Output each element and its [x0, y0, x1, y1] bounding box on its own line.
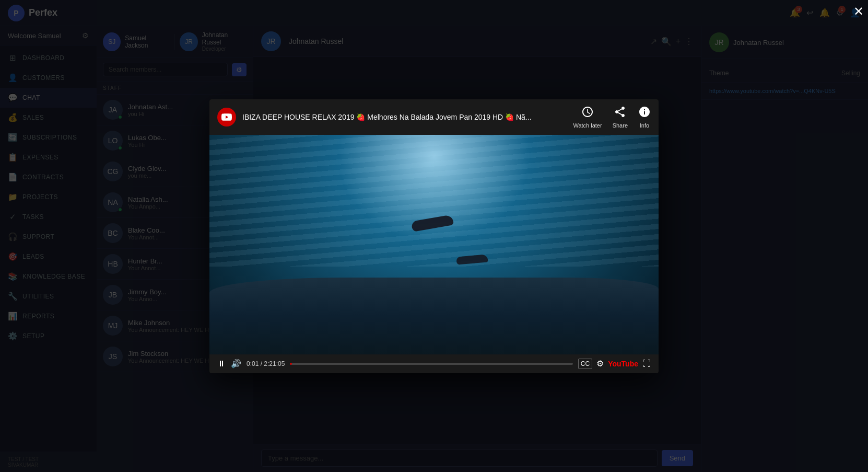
- info-icon: [638, 106, 651, 121]
- share-action[interactable]: Share: [613, 106, 628, 129]
- youtube-logo: [217, 108, 236, 126]
- settings-button[interactable]: ⚙: [596, 359, 604, 369]
- progress-bar[interactable]: [290, 363, 572, 365]
- pause-button[interactable]: ⏸: [217, 359, 226, 369]
- close-button[interactable]: ✕: [853, 4, 864, 19]
- light-rays: [209, 135, 659, 267]
- info-action[interactable]: Info: [638, 106, 651, 129]
- video-title: IBIZA DEEP HOUSE RELAX 2019 🍓 Melhores N…: [242, 113, 567, 121]
- progress-fill: [290, 363, 292, 365]
- fullscreen-button[interactable]: ⛶: [642, 359, 651, 369]
- video-header: IBIZA DEEP HOUSE RELAX 2019 🍓 Melhores N…: [209, 99, 659, 135]
- watch-later-action[interactable]: Watch later: [573, 106, 602, 129]
- video-ctrl-right: CC ⚙ YouTube ⛶: [578, 359, 651, 369]
- video-screen[interactable]: [209, 135, 659, 354]
- seabed: [209, 278, 659, 354]
- watch-later-icon: [581, 106, 594, 121]
- youtube-brand: YouTube: [608, 360, 638, 368]
- cc-button[interactable]: CC: [578, 359, 592, 369]
- info-label: Info: [640, 122, 649, 129]
- volume-button[interactable]: 🔊: [231, 359, 241, 369]
- video-time: 0:01 / 2:21:05: [247, 360, 285, 367]
- video-controls: ⏸ 🔊 0:01 / 2:21:05 CC ⚙ YouTube ⛶: [209, 354, 659, 373]
- share-label: Share: [613, 122, 628, 129]
- share-icon: [614, 106, 626, 121]
- watch-later-label: Watch later: [573, 122, 602, 129]
- video-actions: Watch later Share Info: [573, 106, 651, 129]
- video-container: IBIZA DEEP HOUSE RELAX 2019 🍓 Melhores N…: [209, 99, 659, 373]
- video-overlay: IBIZA DEEP HOUSE RELAX 2019 🍓 Melhores N…: [0, 0, 868, 472]
